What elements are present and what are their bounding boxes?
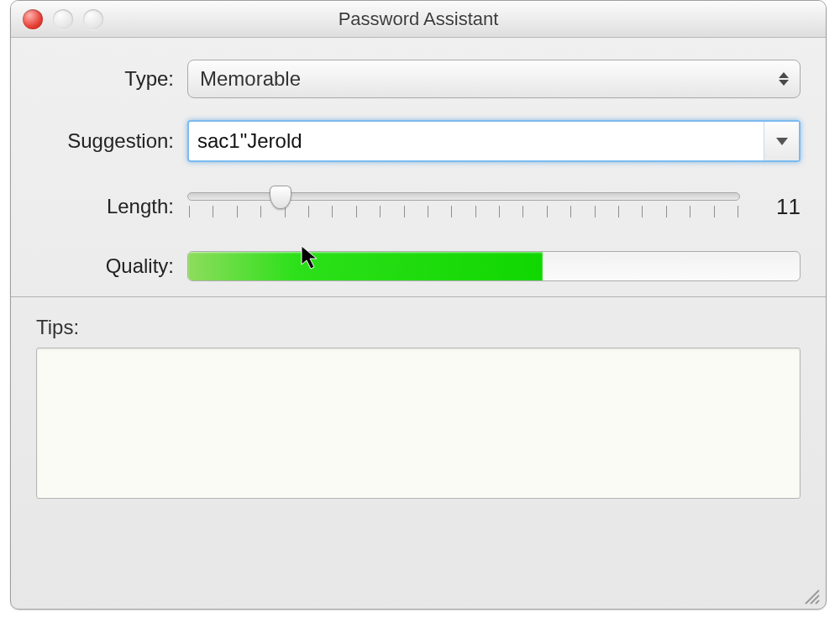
svg-line-2: [816, 600, 819, 604]
tips-section: Tips:: [11, 297, 826, 516]
titlebar: Password Assistant: [11, 1, 826, 38]
password-assistant-window: Password Assistant Type: Memorable Sugge…: [10, 0, 827, 610]
quality-meter: [187, 251, 801, 281]
quality-label: Quality:: [36, 254, 187, 278]
resize-grip-icon[interactable]: [802, 587, 821, 605]
quality-row: Quality:: [36, 251, 801, 281]
traffic-lights: [11, 9, 103, 29]
length-value: 11: [762, 194, 801, 220]
suggestion-input[interactable]: [189, 122, 764, 160]
content-area: Type: Memorable Suggestion:: [11, 38, 826, 297]
type-row: Type: Memorable: [36, 60, 801, 98]
suggestion-row: Suggestion:: [36, 120, 801, 162]
length-slider[interactable]: [187, 184, 740, 229]
type-popup[interactable]: Memorable: [187, 60, 801, 98]
minimize-button[interactable]: [53, 9, 73, 29]
chevron-down-icon: [776, 138, 788, 145]
window-title: Password Assistant: [339, 8, 499, 30]
tips-textbox[interactable]: [36, 348, 801, 499]
length-label: Length:: [36, 195, 187, 218]
length-row: Length: 11: [36, 184, 801, 229]
type-selected-value: Memorable: [200, 67, 301, 91]
slider-ticks: [187, 206, 740, 221]
updown-arrows-icon: [776, 67, 791, 91]
type-label: Type:: [36, 67, 187, 91]
suggestion-combobox: [187, 120, 801, 162]
zoom-button[interactable]: [83, 9, 103, 29]
suggestion-label: Suggestion:: [36, 129, 187, 153]
tips-label: Tips:: [36, 316, 801, 339]
suggestion-dropdown-button[interactable]: [764, 122, 799, 160]
close-button[interactable]: [23, 9, 43, 29]
quality-fill: [188, 252, 543, 280]
